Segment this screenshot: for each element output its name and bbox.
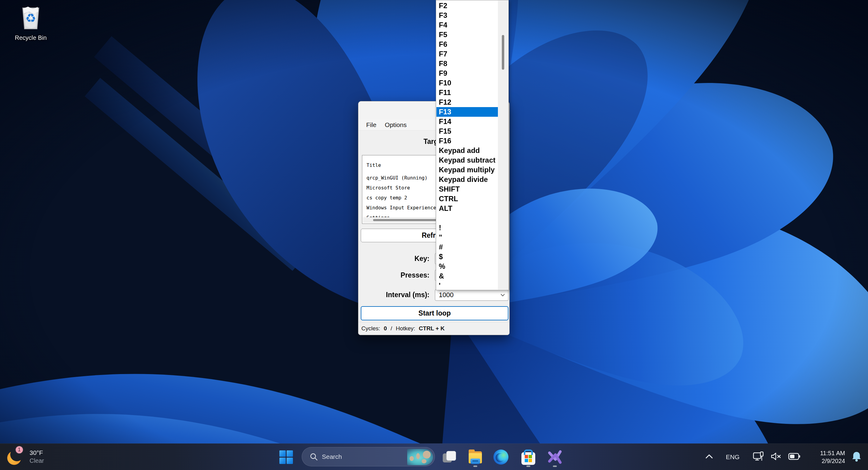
dropdown-item[interactable]: F14 bbox=[436, 117, 498, 126]
dropdown-item[interactable]: F15 bbox=[436, 126, 498, 136]
interval-label: Interval (ms): bbox=[358, 291, 430, 299]
windows-logo-icon bbox=[279, 450, 293, 464]
dropdown-item[interactable]: $ bbox=[436, 252, 498, 262]
notification-center-button[interactable] bbox=[845, 451, 868, 463]
dropdown-item[interactable]: ! bbox=[436, 223, 498, 233]
volume-muted-button[interactable] bbox=[768, 452, 785, 462]
status-divider: / bbox=[391, 325, 392, 332]
notification-count-badge: 1 bbox=[15, 446, 24, 454]
clock[interactable]: 11:51 AM 2/9/2024 bbox=[806, 449, 845, 465]
cast-device-icon bbox=[752, 451, 765, 462]
start-loop-button[interactable]: Start loop bbox=[361, 306, 508, 320]
file-explorer-button[interactable] bbox=[465, 446, 485, 468]
tray-date: 2/9/2024 bbox=[806, 457, 845, 465]
dropdown-item[interactable]: F4 bbox=[436, 20, 498, 30]
cycles-label: Cycles: bbox=[361, 325, 380, 332]
store-icon bbox=[521, 452, 535, 465]
search-icon bbox=[310, 453, 318, 461]
dropdown-item[interactable]: # bbox=[436, 242, 498, 252]
dropdown-item[interactable]: & bbox=[436, 271, 498, 281]
presses-label: Presses: bbox=[358, 271, 430, 280]
search-box[interactable]: Search bbox=[302, 447, 435, 466]
interval-value: 1000 bbox=[439, 291, 454, 299]
dropdown-item[interactable]: Keypad add bbox=[436, 146, 498, 155]
visual-studio-button[interactable] bbox=[545, 446, 565, 468]
dropdown-item[interactable]: F10 bbox=[436, 78, 498, 88]
start-button[interactable] bbox=[276, 446, 296, 468]
chevron-up-icon bbox=[705, 454, 713, 459]
edge-icon bbox=[493, 449, 508, 465]
key-dropdown: F2F3F4F5F6F7F8F9F10F11F12F13F14F15F16Key… bbox=[436, 0, 509, 290]
task-view-button[interactable] bbox=[439, 446, 459, 468]
menu-file[interactable]: File bbox=[362, 121, 381, 128]
key-dropdown-list: F2F3F4F5F6F7F8F9F10F11F12F13F14F15F16Key… bbox=[436, 1, 498, 290]
recycle-bin-icon: ♻ bbox=[19, 2, 42, 31]
status-bar: Cycles: 0 / Hotkey: CTRL + K bbox=[358, 322, 509, 335]
dropdown-item[interactable]: F2 bbox=[436, 1, 498, 10]
bing-daily-image[interactable] bbox=[407, 449, 433, 465]
hotkey-label: Hotkey: bbox=[396, 325, 415, 332]
dropdown-item[interactable]: F11 bbox=[436, 88, 498, 97]
cast-device-button[interactable] bbox=[749, 451, 768, 463]
battery-button[interactable] bbox=[785, 452, 804, 462]
dropdown-item[interactable]: F6 bbox=[436, 39, 498, 49]
dropdown-scrollbar-thumb[interactable] bbox=[502, 35, 504, 70]
dropdown-item[interactable]: F16 bbox=[436, 136, 498, 146]
dropdown-item[interactable]: ALT bbox=[436, 204, 498, 213]
system-tray: ENG bbox=[702, 444, 868, 470]
visual-studio-icon bbox=[547, 449, 563, 465]
key-label: Key: bbox=[358, 255, 430, 263]
dropdown-item[interactable] bbox=[436, 213, 498, 223]
recycle-bin-shortcut[interactable]: ♻ Recycle Bin bbox=[7, 2, 55, 41]
dropdown-item[interactable]: CTRL bbox=[436, 194, 498, 204]
file-explorer-icon bbox=[465, 448, 485, 466]
language-indicator[interactable]: ENG bbox=[716, 453, 749, 461]
dropdown-scrollbar[interactable] bbox=[498, 1, 508, 290]
weather-moon-icon: 1 bbox=[4, 446, 27, 468]
recycle-bin-label: Recycle Bin bbox=[7, 34, 55, 41]
dropdown-item[interactable]: " bbox=[436, 233, 498, 242]
weather-condition: Clear bbox=[30, 457, 44, 465]
weather-temperature: 30°F bbox=[30, 449, 44, 457]
speaker-muted-icon bbox=[771, 452, 782, 461]
dropdown-item[interactable]: F12 bbox=[436, 97, 498, 107]
desktop: ♻ Recycle Bin File Options Target Title … bbox=[0, 0, 868, 470]
hidden-icons-button[interactable] bbox=[702, 454, 716, 460]
taskbar: 1 30°F Clear Search bbox=[0, 443, 868, 470]
running-indicator bbox=[553, 466, 557, 467]
dropdown-item[interactable]: F9 bbox=[436, 68, 498, 78]
dropdown-item[interactable]: SHIFT bbox=[436, 184, 498, 194]
dropdown-item[interactable]: % bbox=[436, 262, 498, 271]
dropdown-item[interactable]: F5 bbox=[436, 30, 498, 39]
running-indicator bbox=[473, 466, 477, 467]
dropdown-item[interactable]: Keypad divide bbox=[436, 175, 498, 184]
dropdown-item[interactable]: Keypad subtract bbox=[436, 155, 498, 165]
tray-time: 11:51 AM bbox=[806, 449, 845, 457]
battery-icon bbox=[788, 452, 801, 460]
chevron-down-icon bbox=[500, 294, 505, 297]
svg-text:♻: ♻ bbox=[25, 11, 36, 25]
cycles-value: 0 bbox=[384, 325, 387, 332]
bell-icon bbox=[851, 451, 862, 462]
hotkey-value: CTRL + K bbox=[419, 325, 445, 332]
interval-combobox[interactable]: 1000 bbox=[435, 289, 508, 301]
microsoft-store-button[interactable] bbox=[518, 446, 538, 468]
search-placeholder: Search bbox=[322, 453, 342, 460]
running-indicator bbox=[527, 466, 530, 467]
task-view-icon bbox=[439, 448, 459, 466]
weather-widget[interactable]: 1 30°F Clear bbox=[4, 446, 44, 468]
menu-options[interactable]: Options bbox=[381, 121, 411, 128]
dropdown-item[interactable]: ' bbox=[436, 281, 498, 290]
dropdown-item[interactable]: F8 bbox=[436, 59, 498, 68]
dropdown-item[interactable]: Keypad multiply bbox=[436, 165, 498, 175]
dropdown-item[interactable]: F7 bbox=[436, 49, 498, 59]
dropdown-item[interactable]: F3 bbox=[436, 10, 498, 20]
dropdown-item[interactable]: F13 bbox=[436, 107, 498, 117]
edge-browser-button[interactable] bbox=[491, 446, 511, 468]
